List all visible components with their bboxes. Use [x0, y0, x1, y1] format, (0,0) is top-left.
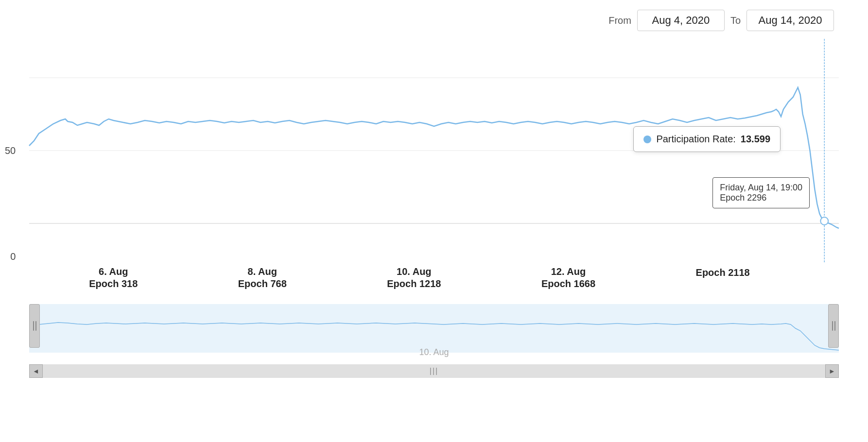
- x-label-1: 6. Aug Epoch 318: [89, 266, 138, 289]
- tooltip-value: 13.599: [741, 134, 770, 145]
- scroll-left-button[interactable]: ◄: [29, 364, 43, 378]
- svg-point-4: [820, 217, 828, 225]
- tooltip-date-line1: Friday, Aug 14, 19:00: [720, 183, 802, 193]
- y-top: [13, 39, 16, 50]
- x-label-2: 8. Aug Epoch 768: [238, 266, 287, 289]
- date-tooltip: Friday, Aug 14, 19:00 Epoch 2296: [712, 177, 810, 208]
- tooltip-label: Participation Rate:: [656, 134, 735, 145]
- y-axis: 50 0: [5, 39, 16, 262]
- x-axis: 6. Aug Epoch 318 8. Aug Epoch 768 10. Au…: [29, 266, 839, 289]
- to-label: To: [730, 15, 741, 26]
- participation-tooltip: Participation Rate: 13.599: [633, 126, 781, 152]
- x-epoch-5: Epoch 2118: [696, 267, 750, 278]
- nav-handle-lines-right: [832, 321, 835, 331]
- mini-chart-date-label: 10. Aug: [419, 347, 449, 357]
- nav-handle-lines-left: [33, 321, 36, 331]
- y-bottom: 0: [10, 251, 16, 262]
- chart-container: From Aug 4, 2020 To Aug 14, 2020 50 0: [0, 0, 868, 442]
- x-epoch-4: Epoch 1668: [541, 278, 595, 289]
- svg-rect-5: [29, 304, 839, 353]
- main-chart: 50 0 Participation Rate: 13.599 Friday, …: [29, 39, 839, 262]
- from-label: From: [608, 15, 631, 26]
- scroll-thumb: |||: [430, 367, 438, 375]
- nav-left-handle[interactable]: [29, 304, 40, 348]
- from-date-input[interactable]: Aug 4, 2020: [637, 10, 725, 31]
- x-epoch-3: Epoch 1218: [387, 278, 441, 289]
- x-date-3: 10. Aug: [397, 266, 432, 277]
- x-label-3: 10. Aug Epoch 1218: [387, 266, 441, 289]
- scrollbar[interactable]: ◄ ||| ►: [29, 364, 839, 378]
- x-date-1: 6. Aug: [99, 266, 128, 277]
- y-mid: 50: [5, 145, 16, 156]
- scroll-right-button[interactable]: ►: [825, 364, 839, 378]
- mini-chart-container: 10. Aug: [29, 304, 839, 362]
- to-date-input[interactable]: Aug 14, 2020: [746, 10, 834, 31]
- nav-right-handle[interactable]: [828, 304, 839, 348]
- tooltip-dot: [643, 136, 651, 143]
- x-label-4: 12. Aug Epoch 1668: [541, 266, 595, 289]
- tooltip-date-line2: Epoch 2296: [720, 193, 802, 203]
- x-label-5: Epoch 2118: [696, 266, 750, 289]
- x-date-2: 8. Aug: [248, 266, 277, 277]
- x-epoch-2: Epoch 768: [238, 278, 287, 289]
- x-epoch-1: Epoch 318: [89, 278, 138, 289]
- x-date-4: 12. Aug: [551, 266, 586, 277]
- date-controls: From Aug 4, 2020 To Aug 14, 2020: [29, 10, 839, 31]
- scroll-track[interactable]: |||: [43, 364, 825, 378]
- mini-chart-svg[interactable]: [29, 304, 839, 353]
